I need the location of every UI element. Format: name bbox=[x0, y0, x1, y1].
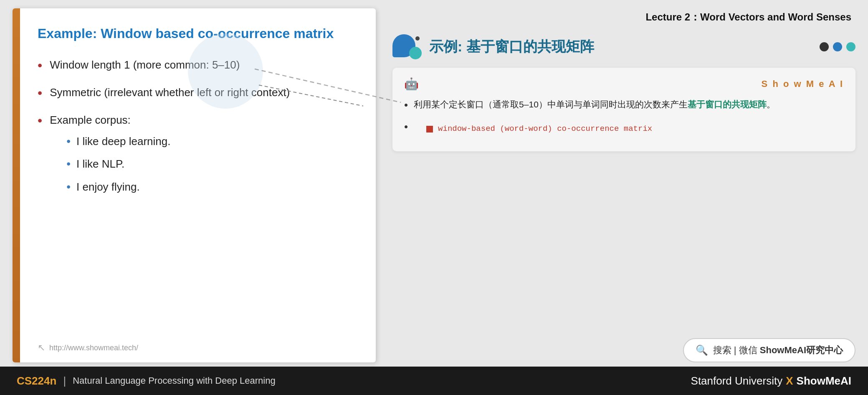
right-panel: Lecture 2：Word Vectors and Word Senses 示… bbox=[392, 8, 855, 362]
search-bar[interactable]: 🔍 搜索 | 微信 ShowMeAI研究中心 bbox=[683, 338, 855, 362]
bottom-divider: | bbox=[63, 375, 66, 387]
icon-teal-shape bbox=[409, 47, 422, 59]
red-square-icon bbox=[426, 126, 433, 133]
footer-url: http://www.showmeai.tech/ bbox=[49, 344, 138, 352]
sub-bullet-list: I like deep learning. I like NLP. I enjo… bbox=[50, 134, 170, 194]
bottom-left: CS224n | Natural Language Processing wit… bbox=[17, 375, 276, 387]
card-highlight: 基于窗口的共现矩阵 bbox=[688, 99, 767, 109]
showmeai-bottom-text: ShowMeAI bbox=[797, 375, 851, 387]
slide-left-border bbox=[13, 8, 20, 362]
chinese-title: 示例: 基于窗口的共现矩阵 bbox=[429, 37, 594, 56]
search-icon: 🔍 bbox=[696, 344, 708, 356]
header-icon bbox=[392, 34, 422, 59]
card-text-1: 利用某个定长窗口（通常取5–10）中单词与单词同时出现的次数来产生 bbox=[414, 99, 688, 109]
card-text-end: 。 bbox=[767, 99, 775, 109]
sub-bullet-item-2: I like NLP. bbox=[66, 156, 170, 171]
course-label: CS224n bbox=[17, 375, 56, 387]
showmeai-label: S h o w M e A I bbox=[762, 79, 844, 89]
course-subtitle: Natural Language Processing with Deep Le… bbox=[73, 375, 276, 386]
dot-1 bbox=[820, 42, 829, 51]
deco-circle bbox=[188, 33, 263, 109]
card-header: 🤖 S h o w M e A I bbox=[404, 77, 844, 91]
content-area: Example: Window based co-occurrence matr… bbox=[0, 0, 868, 367]
dot-2 bbox=[833, 42, 842, 51]
right-header: 示例: 基于窗口的共现矩阵 bbox=[392, 34, 855, 59]
bottom-right: Stanford University X ShowMeAI bbox=[691, 375, 851, 387]
lecture-title: Lecture 2：Word Vectors and Word Senses bbox=[392, 10, 855, 24]
search-text: 搜索 | 微信 ShowMeAI研究中心 bbox=[713, 344, 843, 357]
x-symbol: X bbox=[786, 375, 793, 387]
translation-card: 🤖 S h o w M e A I 利用某个定长窗口（通常取5–10）中单词与单… bbox=[392, 68, 855, 151]
three-dots bbox=[820, 42, 855, 51]
slide-footer: ↖ http://www.showmeai.tech/ bbox=[38, 342, 138, 353]
card-sub-item: window-based (word-word) co-occurrence m… bbox=[426, 122, 652, 135]
bullet-item-3: Example corpus: I like deep learning. I … bbox=[38, 112, 355, 202]
bottom-bar: CS224n | Natural Language Processing wit… bbox=[0, 367, 868, 395]
sub-bullet-item-1: I like deep learning. bbox=[66, 134, 170, 149]
card-bullet-1: 利用某个定长窗口（通常取5–10）中单词与单词同时出现的次数来产生基于窗口的共现… bbox=[404, 97, 844, 112]
robot-icon: 🤖 bbox=[404, 77, 419, 91]
sub-bullet-item-3: I enjoy flying. bbox=[66, 179, 170, 194]
slide-panel: Example: Window based co-occurrence matr… bbox=[13, 8, 376, 362]
page-wrapper: Example: Window based co-occurrence matr… bbox=[0, 0, 868, 395]
card-bullet-list: 利用某个定长窗口（通常取5–10）中单词与单词同时出现的次数来产生基于窗口的共现… bbox=[404, 97, 844, 135]
cursor-icon: ↖ bbox=[38, 342, 45, 353]
slide-title: Example: Window based co-occurrence matr… bbox=[38, 25, 355, 43]
icon-dot bbox=[415, 36, 420, 41]
card-bullet-2: window-based (word-word) co-occurrence m… bbox=[404, 119, 844, 135]
stanford-text: Stanford University bbox=[691, 375, 783, 387]
monospace-label: window-based (word-word) co-occurrence m… bbox=[438, 122, 652, 135]
dot-3 bbox=[846, 42, 855, 51]
